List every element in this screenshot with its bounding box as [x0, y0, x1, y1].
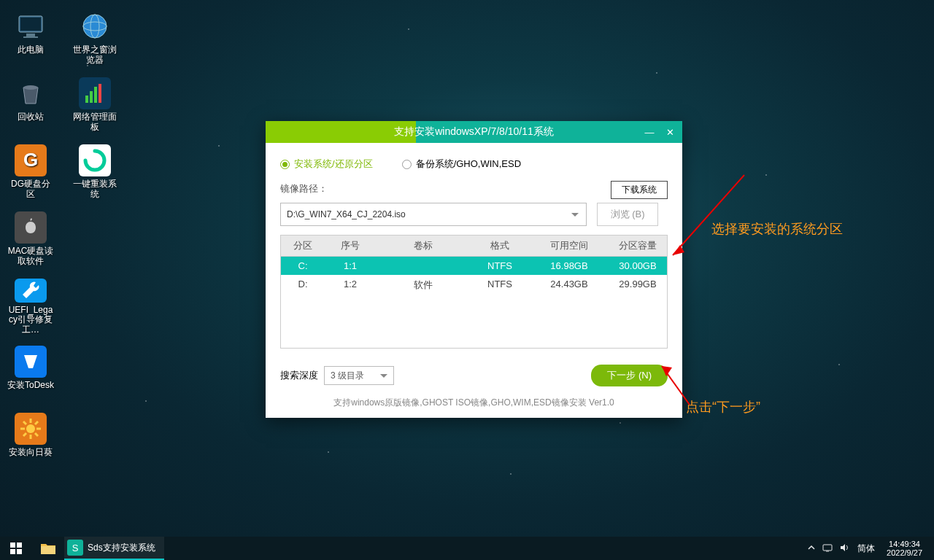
- volume-icon[interactable]: [840, 543, 850, 554]
- folder-icon: [41, 542, 55, 554]
- file-explorer-button[interactable]: [32, 537, 64, 560]
- ime-indicator[interactable]: 简体: [857, 542, 875, 555]
- svg-rect-9: [85, 96, 88, 103]
- close-button[interactable]: ✕: [663, 125, 676, 139]
- icon-label: DG硬盘分区: [7, 179, 54, 200]
- svg-rect-31: [823, 545, 832, 551]
- svg-rect-10: [90, 91, 93, 103]
- svg-rect-26: [10, 542, 15, 548]
- wrench-icon: [15, 279, 47, 303]
- th-free: 可用空间: [529, 236, 609, 256]
- desktop: 此电脑 世界之窗浏览器 回收站 网络管理面板 G DG硬盘分区: [6, 7, 120, 477]
- icon-recycle-bin[interactable]: 回收站: [6, 74, 55, 134]
- image-path-value: D:\G_WIN7_X64_CJ_2204.iso: [287, 209, 406, 219]
- table-header: 分区 序号 卷标 格式 可用空间 分区容量: [281, 236, 667, 257]
- svg-rect-3: [23, 36, 38, 38]
- icon-label: 此电脑: [18, 45, 44, 55]
- svg-rect-2: [26, 34, 35, 36]
- svg-rect-30: [41, 546, 55, 554]
- support-text: 支持windows原版镜像,GHOST ISO镜像,GHO,WIM,ESD镜像安…: [280, 397, 668, 409]
- icon-label: 安装向日葵: [9, 448, 53, 458]
- table-row[interactable]: C: 1:1 NTFS 16.98GB 30.00GB: [281, 257, 667, 275]
- start-button[interactable]: [0, 537, 32, 560]
- svg-rect-27: [17, 542, 22, 548]
- table-row[interactable]: D: 1:2 软件 NTFS 24.43GB 29.99GB: [281, 275, 667, 295]
- svg-line-21: [35, 421, 38, 424]
- todesk-icon: [15, 346, 47, 378]
- icon-sunflower[interactable]: 安装向日葵: [6, 410, 55, 470]
- icon-label: 回收站: [18, 112, 44, 122]
- svg-point-8: [23, 85, 38, 90]
- icon-label: 安装ToDesk: [7, 381, 54, 391]
- svg-line-18: [23, 421, 26, 424]
- taskbar-app-label: Sds支持安装系统: [88, 542, 155, 554]
- swirl-icon: [79, 144, 111, 176]
- th-volume: 卷标: [376, 236, 471, 256]
- icon-macread[interactable]: MAC硬盘读取软件: [6, 209, 55, 268]
- icon-label: 网络管理面板: [72, 112, 118, 133]
- svg-rect-29: [17, 549, 22, 554]
- windows-icon: [10, 542, 22, 554]
- icon-browser[interactable]: 世界之窗浏览器: [70, 7, 120, 67]
- clock-date: 2022/9/27: [887, 548, 922, 557]
- image-path-label: 镜像路径：: [280, 182, 668, 195]
- sunflower-icon: [15, 413, 47, 445]
- install-dialog: 支持安装windowsXP/7/8/10/11系统 — ✕ 安装系统/还原分区 …: [266, 121, 682, 418]
- th-fs: 格式: [471, 236, 529, 256]
- minimize-button[interactable]: —: [643, 125, 656, 139]
- icon-reinstall[interactable]: 一键重装系统: [70, 141, 120, 201]
- dg-icon: G: [15, 144, 47, 176]
- icon-label: MAC硬盘读取软件: [7, 246, 54, 267]
- radio-label: 备份系统/GHO,WIN,ESD: [416, 158, 521, 171]
- search-depth-select[interactable]: 3 级目录: [324, 366, 394, 385]
- globe-icon: [79, 10, 111, 42]
- svg-point-13: [26, 424, 35, 433]
- taskbar-clock[interactable]: 14:49:34 2022/9/27: [882, 540, 927, 557]
- svg-line-19: [35, 433, 38, 436]
- icon-netpanel[interactable]: 网络管理面板: [70, 74, 120, 134]
- taskbar-app-installer[interactable]: S Sds支持安装系统: [64, 537, 164, 560]
- system-tray: 简体 14:49:34 2022/9/27: [808, 540, 934, 557]
- next-button[interactable]: 下一步 (N): [591, 365, 668, 386]
- dialog-title: 支持安装windowsXP/7/8/10/11系统: [394, 125, 554, 139]
- icon-uefi[interactable]: UEFI_Legacy引导修复工…: [6, 276, 55, 335]
- icon-todesk[interactable]: 安装ToDesk: [6, 343, 55, 402]
- taskbar: S Sds支持安装系统 简体 14:49:34 2022/9/27: [0, 537, 934, 560]
- svg-rect-12: [99, 84, 101, 103]
- app-icon: S: [67, 540, 83, 556]
- radio-label: 安装系统/还原分区: [294, 158, 373, 171]
- th-partition: 分区: [281, 236, 325, 256]
- apple-icon: [15, 211, 47, 244]
- radio-backup[interactable]: 备份系统/GHO,WIN,ESD: [402, 158, 521, 171]
- svg-rect-11: [94, 87, 97, 103]
- chart-icon: [79, 77, 111, 109]
- image-path-combo[interactable]: D:\G_WIN7_X64_CJ_2204.iso: [280, 203, 587, 226]
- radio-dot-icon: [402, 160, 412, 169]
- trash-icon: [15, 77, 47, 109]
- network-icon[interactable]: [822, 543, 833, 554]
- annotation-select-partition: 选择要安装的系统分区: [711, 220, 843, 238]
- radio-install-restore[interactable]: 安装系统/还原分区: [280, 158, 373, 171]
- icon-label: 一键重装系统: [72, 179, 118, 200]
- partition-table: 分区 序号 卷标 格式 可用空间 分区容量 C: 1:1 NTFS 16.98G…: [280, 235, 668, 349]
- download-system-button[interactable]: 下载系统: [611, 181, 668, 199]
- icon-dg-partition[interactable]: G DG硬盘分区: [6, 141, 55, 201]
- icon-label: 世界之窗浏览器: [72, 45, 118, 66]
- svg-line-22: [673, 175, 744, 255]
- icon-label: UEFI_Legacy引导修复工…: [7, 306, 54, 335]
- clock-time: 14:49:34: [887, 540, 922, 548]
- monitor-icon: [15, 10, 47, 42]
- th-index: 序号: [325, 236, 376, 256]
- search-depth-label: 搜索深度: [280, 369, 318, 382]
- search-depth-value: 3 级目录: [331, 370, 364, 382]
- svg-rect-1: [20, 18, 41, 31]
- radio-dot-icon: [280, 160, 290, 169]
- dialog-titlebar[interactable]: 支持安装windowsXP/7/8/10/11系统 — ✕: [266, 121, 682, 143]
- svg-line-20: [23, 433, 26, 436]
- tray-chevron-icon[interactable]: [808, 543, 815, 553]
- svg-rect-28: [10, 549, 15, 554]
- th-size: 分区容量: [609, 236, 666, 256]
- browse-button[interactable]: 浏览 (B): [597, 203, 658, 226]
- icon-this-pc[interactable]: 此电脑: [6, 7, 55, 67]
- annotation-click-next: 点击“下一步”: [686, 398, 760, 416]
